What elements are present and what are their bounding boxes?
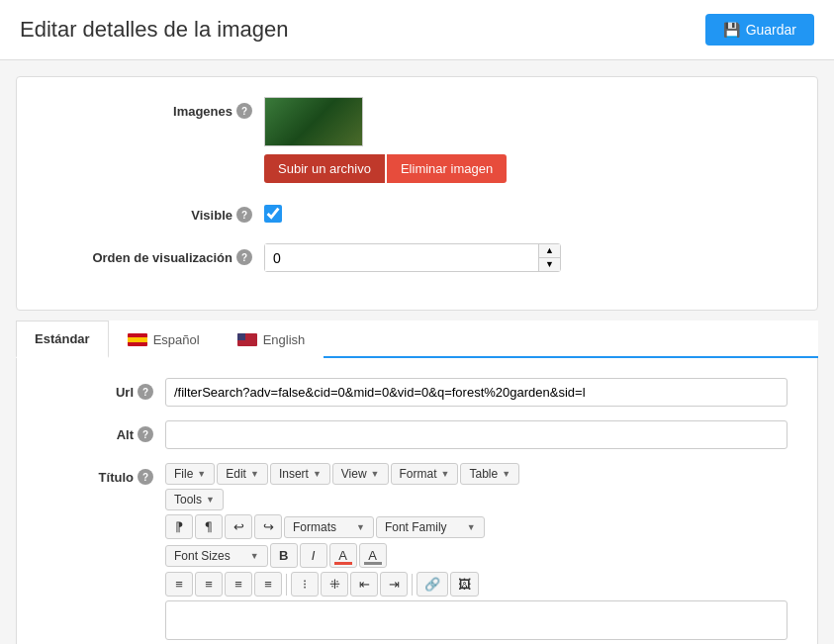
tools-menu[interactable]: Tools ▼ (165, 489, 224, 510)
tab-english[interactable]: English (219, 321, 324, 358)
toolbar-row1: File ▼ Edit ▼ Insert ▼ View ▼ Format ▼ (165, 463, 788, 485)
formats-dropdown[interactable]: Formats ▼ (284, 516, 374, 538)
outdent-button[interactable]: ⇤ (350, 572, 378, 597)
table-menu[interactable]: Table ▼ (460, 463, 519, 485)
visible-label: Visible ? (46, 201, 264, 223)
view-menu[interactable]: View ▼ (332, 463, 389, 485)
orden-label: Orden de visualización ? (46, 243, 264, 265)
imagenes-help-icon[interactable]: ? (236, 103, 252, 119)
toolbar-row3: ⁋ ⁋ ↩ ↪ Formats ▼ Font Family ▼ (165, 514, 788, 539)
tools-caret: ▼ (206, 495, 215, 505)
alt-label: Alt ? (46, 420, 165, 442)
toolbar-divider1 (286, 574, 287, 596)
orden-control: 0 ▲ ▼ (264, 243, 788, 272)
edit-caret: ▼ (250, 469, 259, 479)
orden-help-icon[interactable]: ? (236, 249, 252, 265)
visible-control (264, 201, 788, 226)
save-button[interactable]: 💾 Guardar (705, 14, 814, 46)
tab-estandar[interactable]: Estándar (16, 321, 109, 358)
format-menu[interactable]: Format ▼ (391, 463, 459, 485)
toolbar-row5: ≡ ≡ ≡ ≡ ⁝ ⁜ ⇤ ⇥ 🔗 🖼 (165, 572, 788, 597)
undo-button[interactable]: ↩ (225, 514, 252, 539)
visible-checkbox[interactable] (264, 205, 282, 223)
image-preview (264, 97, 363, 146)
alt-input[interactable] (165, 420, 788, 449)
toolbar-row4: Font Sizes ▼ B I A A (165, 543, 788, 568)
align-right-button[interactable]: ≡ (225, 572, 252, 597)
edit-menu[interactable]: Edit ▼ (217, 463, 268, 485)
font-color-button[interactable]: A (329, 543, 357, 568)
redo-button[interactable]: ↪ (254, 514, 282, 539)
font-sizes-caret: ▼ (250, 551, 259, 561)
page-header: Editar detalles de la imagen 💾 Guardar (0, 0, 834, 60)
toolbar-divider2 (412, 574, 413, 596)
save-icon: 💾 (723, 22, 740, 38)
upload-button[interactable]: Subir un archivo (264, 154, 385, 183)
image-button[interactable]: 🖼 (450, 572, 479, 597)
delete-button[interactable]: Eliminar imagen (387, 154, 507, 183)
font-sizes-dropdown[interactable]: Font Sizes ▼ (165, 545, 268, 567)
unordered-list-button[interactable]: ⁝ (291, 572, 319, 597)
alt-row: Alt ? (46, 420, 788, 449)
url-help-icon[interactable]: ? (138, 384, 153, 400)
tabs-nav: Estándar Español English (16, 321, 818, 358)
bg-color-button[interactable]: A (359, 543, 387, 568)
formats-caret: ▼ (356, 522, 365, 532)
align-center-button[interactable]: ≡ (195, 572, 223, 597)
insert-menu[interactable]: Insert ▼ (270, 463, 330, 485)
tabs-section: Estándar Español English (16, 321, 818, 358)
format-caret: ▼ (441, 469, 450, 479)
image-buttons: Subir un archivo Eliminar imagen (264, 154, 788, 183)
editor-card: Url ? /filterSearch?adv=false&cid=0&mid=… (16, 358, 818, 644)
link-button[interactable]: 🔗 (417, 572, 448, 597)
insert-caret: ▼ (313, 469, 322, 479)
titulo-help-icon[interactable]: ? (138, 469, 153, 485)
titulo-row: Título ? File ▼ Edit ▼ Insert ▼ View (46, 463, 788, 640)
file-caret: ▼ (197, 469, 206, 479)
imagenes-control: Subir un archivo Eliminar imagen (264, 97, 788, 183)
indent-button[interactable]: ⇥ (380, 572, 408, 597)
main-card: Imagenes ? Subir un archivo Eliminar ima… (16, 76, 818, 311)
imagenes-row: Imagenes ? Subir un archivo Eliminar ima… (46, 97, 788, 183)
url-row: Url ? /filterSearch?adv=false&cid=0&mid=… (46, 378, 788, 407)
url-label: Url ? (46, 378, 165, 400)
flag-es-icon (128, 333, 147, 346)
italic-button[interactable]: I (300, 543, 327, 568)
visible-row: Visible ? (46, 201, 788, 226)
titulo-label: Título ? (46, 463, 165, 485)
titulo-area: File ▼ Edit ▼ Insert ▼ View ▼ Format ▼ (165, 463, 788, 640)
tab-espanol[interactable]: Español (109, 321, 219, 358)
page-title: Editar detalles de la imagen (20, 17, 289, 43)
toolbar-row2: Tools ▼ (165, 489, 788, 510)
image-placeholder (265, 98, 362, 145)
file-menu[interactable]: File ▼ (165, 463, 215, 485)
font-family-dropdown[interactable]: Font Family ▼ (376, 516, 485, 538)
editor-content[interactable] (165, 600, 788, 640)
align-justify-button[interactable]: ≡ (254, 572, 282, 597)
bold-button[interactable]: B (270, 543, 298, 568)
url-input[interactable]: /filterSearch?adv=false&cid=0&mid=0&vid=… (165, 378, 788, 407)
spin-up-button[interactable]: ▲ (539, 244, 560, 258)
orden-spinner: 0 ▲ ▼ (264, 243, 561, 272)
alt-help-icon[interactable]: ? (138, 426, 153, 442)
align-left-button[interactable]: ≡ (165, 572, 193, 597)
imagenes-label: Imagenes ? (46, 97, 264, 119)
rtl-button[interactable]: ⁋ (165, 514, 193, 539)
spin-down-button[interactable]: ▼ (539, 258, 560, 271)
table-caret: ▼ (502, 469, 510, 479)
orden-row: Orden de visualización ? 0 ▲ ▼ (46, 243, 788, 272)
spinner-buttons: ▲ ▼ (538, 244, 560, 271)
flag-us-icon (237, 333, 257, 346)
orden-input[interactable]: 0 (265, 244, 538, 271)
font-family-caret: ▼ (467, 522, 476, 532)
ordered-list-button[interactable]: ⁜ (321, 572, 348, 597)
view-caret: ▼ (371, 469, 380, 479)
visible-help-icon[interactable]: ? (236, 207, 252, 223)
ltr-button[interactable]: ⁋ (195, 514, 223, 539)
